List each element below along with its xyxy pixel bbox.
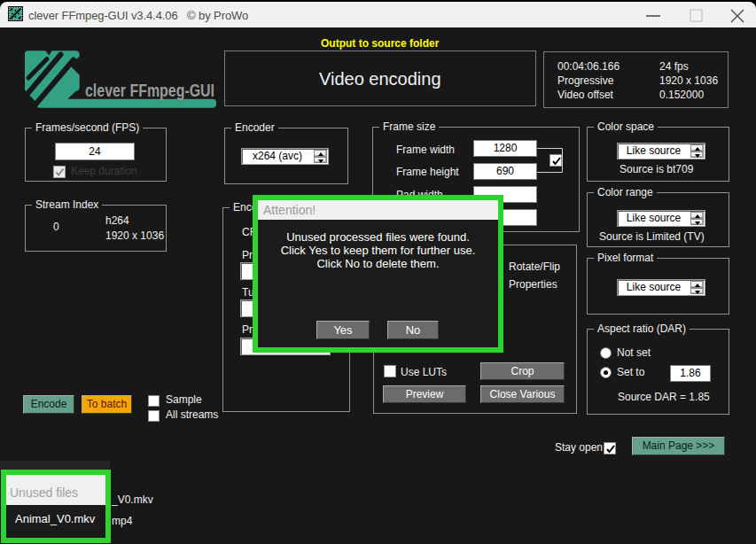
svg-text:clever FFmpeg-GUI: clever FFmpeg-GUI xyxy=(85,80,214,100)
